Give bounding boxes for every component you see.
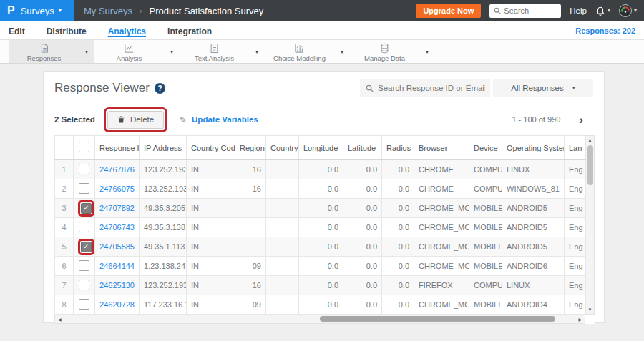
table-row: 3 ✓2470789249.35.3.205IN0.00.00.0CHROME_… <box>55 199 586 218</box>
cell-latitude: 0.0 <box>343 237 382 257</box>
annotation-checkbox-highlight: ✓ <box>78 200 94 217</box>
notifications-button[interactable]: ▾ <box>595 6 610 16</box>
chevron-down-icon[interactable]: ▾ <box>335 49 349 55</box>
tab-integration[interactable]: Integration <box>167 24 212 38</box>
row-checkbox[interactable] <box>79 280 89 290</box>
row-checkbox[interactable] <box>79 299 89 310</box>
row-checkbox[interactable]: ✓ <box>81 242 92 252</box>
cell-longitude: 0.0 <box>299 257 343 276</box>
logo-block[interactable]: P Surveys ▾ <box>0 0 74 21</box>
page: P Surveys ▾ My Surveys › Product Satisfa… <box>0 0 644 341</box>
response-id-link[interactable]: 24706743 <box>99 223 135 232</box>
response-id-link[interactable]: 24767876 <box>99 165 135 174</box>
cell-region <box>235 199 266 218</box>
cell-region: 09 <box>235 295 266 315</box>
cell-ip: 123.252.193.148 <box>140 276 187 295</box>
cell-ip: 123.252.193.148 <box>140 160 187 179</box>
select-all-checkbox[interactable] <box>79 142 89 152</box>
tab-analytics[interactable]: Analytics <box>108 24 146 38</box>
scroll-down-icon[interactable]: ▼ <box>586 307 594 312</box>
toolbar-item-manage-data[interactable]: Manage Data ▾ <box>349 40 434 63</box>
help-icon[interactable]: ? <box>155 83 165 94</box>
toolbar-item-choice-modelling[interactable]: Choice Modelling ▾ <box>264 40 349 63</box>
cell-longitude: 0.0 <box>299 295 343 315</box>
breadcrumb-separator-icon: › <box>140 6 142 15</box>
chevron-down-icon[interactable]: ▾ <box>420 49 434 55</box>
column-header-operating-system[interactable]: Operating System <box>502 136 565 160</box>
column-header-region[interactable]: Region <box>235 136 266 160</box>
help-link[interactable]: Help <box>570 6 587 15</box>
response-id-link[interactable]: 24625130 <box>99 281 135 290</box>
toolbar-item-responses[interactable]: Responses ▾ <box>9 40 94 63</box>
update-variables-button[interactable]: ✎ Update Variables <box>179 114 258 125</box>
scroll-up-icon[interactable]: ▲ <box>586 138 594 142</box>
breadcrumb-my-surveys[interactable]: My Surveys <box>84 6 132 16</box>
tab-distribute[interactable]: Distribute <box>47 24 87 38</box>
response-filter-dropdown[interactable]: All Responses ▾ <box>493 79 593 97</box>
column-header-response-id[interactable]: Response ID ▲ <box>95 136 140 160</box>
horizontal-scrollbar[interactable]: ◀ ▶ <box>54 315 585 324</box>
analytics-toolbar: Responses ▾ Analysis ▾ Text Analysis ▾ C… <box>0 40 644 64</box>
response-id-link[interactable]: 24664144 <box>99 262 135 270</box>
table-row: 8 24620728117.233.16.177IN090.00.00.0CHR… <box>55 295 586 315</box>
tab-edit[interactable]: Edit <box>9 24 25 38</box>
response-id-link[interactable]: 24620728 <box>99 300 135 309</box>
chevron-down-icon[interactable]: ▾ <box>79 49 94 55</box>
column-header-latitude[interactable]: Latitude <box>343 136 382 160</box>
next-page-button[interactable]: › <box>579 114 583 126</box>
row-checkbox[interactable] <box>79 222 89 232</box>
cell-os: ANDROID6 <box>502 257 565 276</box>
column-header-ip-address[interactable]: IP Address <box>140 136 187 160</box>
vertical-scroll-thumb[interactable] <box>587 145 593 185</box>
cell-radius: 0.0 <box>382 199 414 218</box>
horizontal-scroll-thumb[interactable] <box>320 316 555 322</box>
column-header-browser[interactable]: Browser <box>414 136 469 160</box>
surveys-menu[interactable]: Surveys ▾ <box>21 6 62 16</box>
cell-response-id: 24625130 <box>95 276 140 295</box>
chevron-down-icon[interactable]: ▾ <box>165 49 179 55</box>
column-header-country-code[interactable]: Country Code <box>187 136 235 160</box>
column-header-lan[interactable]: Lan <box>565 136 586 160</box>
cell-os: LINUX <box>502 160 565 179</box>
response-viewer-card: Response Viewer ? All Responses ▾ 2 Sele… <box>43 71 605 323</box>
column-header-country[interactable]: Country <box>266 136 299 160</box>
response-search-box[interactable] <box>360 79 490 97</box>
account-menu[interactable]: ▾ <box>619 4 637 17</box>
toolbar-item-text-analysis[interactable]: Text Analysis ▾ <box>179 40 264 63</box>
row-checkbox[interactable] <box>79 183 89 194</box>
toolbar-item-analysis[interactable]: Analysis ▾ <box>94 40 179 63</box>
cell-os: ANDROID5 <box>502 237 565 257</box>
row-checkbox[interactable] <box>79 164 89 174</box>
global-search-input[interactable] <box>504 6 554 15</box>
chevron-down-icon[interactable]: ▾ <box>250 49 264 55</box>
row-checkbox[interactable] <box>79 260 89 271</box>
row-checkbox[interactable]: ✓ <box>81 203 92 214</box>
delete-button[interactable]: Delete <box>107 111 164 129</box>
column-header-device[interactable]: Device <box>469 136 502 160</box>
response-id-link[interactable]: 24707892 <box>99 204 135 212</box>
cell-browser: CHROME_MOBILE <box>414 218 469 237</box>
column-header-longitude[interactable]: Longitude <box>299 136 343 160</box>
column-header-radius[interactable]: Radius <box>382 136 414 160</box>
cell-language: Eng <box>565 237 586 257</box>
global-search-box[interactable] <box>489 4 561 18</box>
vertical-scrollbar[interactable]: ▲ ▼ <box>586 135 595 315</box>
response-id-link[interactable]: 24705585 <box>99 242 135 251</box>
cell-ip: 49.35.1.113 <box>140 237 187 257</box>
cell-ip: 49.35.3.205 <box>140 199 187 218</box>
cell-country-code: IN <box>187 257 235 276</box>
response-id-link[interactable]: 24766075 <box>99 184 135 193</box>
cell-response-id: 24620728 <box>95 295 140 315</box>
chevron-down-icon: ▾ <box>634 8 637 14</box>
scrollbar-corner <box>585 315 595 324</box>
cell-device: MOBILE <box>469 257 502 276</box>
scroll-left-icon[interactable]: ◀ <box>58 315 62 323</box>
scroll-right-icon[interactable]: ▶ <box>578 315 582 323</box>
response-search-input[interactable] <box>378 84 485 92</box>
analysis-icon <box>124 43 135 54</box>
cell-country <box>266 295 299 315</box>
table-header-row: Response ID ▲IP AddressCountry CodeRegio… <box>55 136 586 160</box>
cell-country <box>266 160 299 179</box>
upgrade-now-button[interactable]: Upgrade Now <box>416 4 481 18</box>
cell-browser: CHROME <box>414 179 469 199</box>
